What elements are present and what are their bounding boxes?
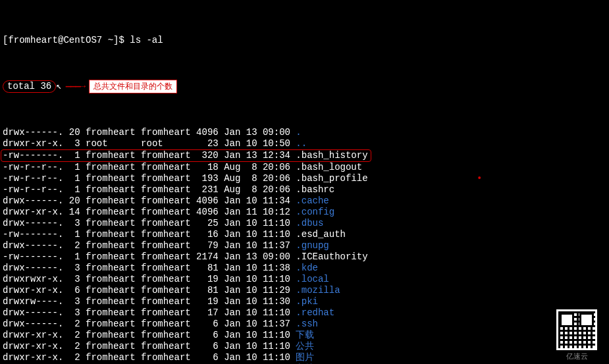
group: fromheart — [141, 240, 191, 251]
perms: drwx------. — [3, 319, 63, 329]
group: fromheart — [141, 150, 191, 161]
perms: drwxr-xr-x. — [3, 330, 63, 340]
links: 1 — [69, 173, 80, 184]
list-row: -rw-------. 1 fromheart fromheart 16 Jan… — [3, 229, 606, 240]
annotation-label: 总共文件和目录的个数 — [89, 80, 177, 93]
links: 1 — [69, 251, 80, 262]
watermark-text: 亿速云 — [547, 351, 606, 361]
watermark: 亿速云 — [547, 309, 606, 361]
group: fromheart — [141, 173, 191, 184]
owner: fromheart — [86, 319, 136, 329]
terminal[interactable]: [fromheart@CentOS7 ~]$ ls -al total 36↖—… — [0, 0, 609, 364]
owner: root — [86, 138, 136, 149]
date: Jan 10 11:10 — [224, 229, 290, 240]
size: 81 — [196, 263, 219, 273]
links: 1 — [69, 162, 80, 172]
perms: -rw-r--r--. — [3, 162, 63, 172]
total-box: total 36 — [3, 80, 56, 93]
links: 14 — [69, 207, 80, 217]
file-name: .dbus — [296, 218, 323, 228]
links: 3 — [69, 138, 80, 149]
size: 231 — [196, 184, 219, 195]
date: Jan 10 11:29 — [224, 285, 290, 296]
owner: fromheart — [86, 341, 136, 351]
owner: fromheart — [86, 296, 136, 307]
perms: drwxr-xr-x. — [3, 352, 63, 363]
perms: drwxr-xr-x. — [3, 207, 63, 217]
perms: drwxr-xr-x. — [3, 341, 63, 351]
date: Jan 10 11:10 — [224, 218, 290, 228]
date: Jan 10 10:50 — [224, 138, 290, 149]
file-name: .redhat — [296, 307, 334, 318]
list-row: -rw-r--r--. 1 fromheart fromheart 193 Au… — [3, 173, 606, 184]
group: root — [141, 138, 191, 149]
perms: -rw-r--r--. — [3, 173, 63, 184]
prompt-text: [fromheart@CentOS7 ~]$ — [3, 35, 130, 45]
file-name: .kde — [296, 263, 318, 273]
owner: fromheart — [86, 218, 136, 228]
group: fromheart — [141, 229, 191, 240]
links: 3 — [69, 274, 80, 284]
group: fromheart — [141, 319, 191, 329]
perms: drwx------. — [3, 307, 63, 318]
owner: fromheart — [86, 251, 136, 262]
size: 6 — [196, 341, 219, 351]
file-name: 公共 — [296, 341, 314, 351]
owner: fromheart — [86, 229, 136, 240]
list-row: drwxrw----. 3 fromheart fromheart 19 Jan… — [3, 296, 606, 307]
date: Jan 10 11:10 — [224, 274, 290, 284]
perms: drwx------. — [3, 240, 63, 251]
size: 4096 — [196, 127, 219, 138]
file-name: .ssh — [296, 319, 318, 329]
links: 2 — [69, 352, 80, 363]
links: 3 — [69, 263, 80, 273]
list-row: drwx------. 3 fromheart fromheart 81 Jan… — [3, 263, 606, 274]
date: Jan 13 09:00 — [224, 127, 290, 138]
owner: fromheart — [86, 263, 136, 273]
owner: fromheart — [86, 184, 136, 195]
date: Jan 11 10:12 — [224, 207, 290, 217]
red-dot-icon: • — [477, 173, 482, 184]
file-name: .mozilla — [296, 285, 340, 296]
group: fromheart — [141, 195, 191, 206]
links: 1 — [69, 184, 80, 195]
date: Jan 13 09:00 — [224, 251, 290, 262]
perms: drwxrw----. — [3, 296, 63, 307]
perms: -rw-------. — [3, 150, 63, 161]
owner: fromheart — [86, 274, 136, 284]
size: 6 — [196, 352, 219, 363]
owner: fromheart — [86, 195, 136, 206]
perms: drwx------. — [3, 218, 63, 228]
links: 6 — [69, 285, 80, 296]
list-row: drwxr-xr-x. 2 fromheart fromheart 6 Jan … — [3, 352, 606, 363]
file-name: .pki — [296, 296, 318, 307]
file-name: 图片 — [296, 352, 314, 363]
group: fromheart — [141, 274, 191, 284]
file-name: .. — [296, 138, 307, 149]
links: 2 — [69, 319, 80, 329]
group: fromheart — [141, 296, 191, 307]
list-row: -rw-r--r--. 1 fromheart fromheart 18 Aug… — [3, 162, 606, 173]
date: Jan 10 11:10 — [224, 352, 290, 363]
date: Jan 10 11:37 — [224, 240, 290, 251]
list-row: -rw-------. 1 fromheart fromheart 320 Ja… — [3, 149, 606, 162]
date: Jan 10 11:34 — [224, 195, 290, 206]
size: 320 — [196, 150, 219, 161]
list-row: drwxrwxr-x. 3 fromheart fromheart 19 Jan… — [3, 274, 606, 285]
group: fromheart — [141, 352, 191, 363]
list-row: drwx------. 2 fromheart fromheart 79 Jan… — [3, 240, 606, 251]
list-row: drwxr-xr-x. 3 root root 23 Jan 10 10:50 … — [3, 138, 606, 149]
prompt-line-1: [fromheart@CentOS7 ~]$ ls -al — [3, 35, 606, 46]
group: fromheart — [141, 207, 191, 217]
list-row: drwxr-xr-x. 14 fromheart fromheart 4096 … — [3, 207, 606, 218]
owner: fromheart — [86, 285, 136, 296]
date: Jan 10 11:30 — [224, 296, 290, 307]
size: 16 — [196, 229, 219, 240]
group: fromheart — [141, 218, 191, 228]
size: 19 — [196, 296, 219, 307]
group: fromheart — [141, 251, 191, 262]
owner: fromheart — [86, 352, 136, 363]
links: 1 — [69, 150, 80, 161]
owner: fromheart — [86, 307, 136, 318]
file-name: 下载 — [296, 330, 314, 340]
